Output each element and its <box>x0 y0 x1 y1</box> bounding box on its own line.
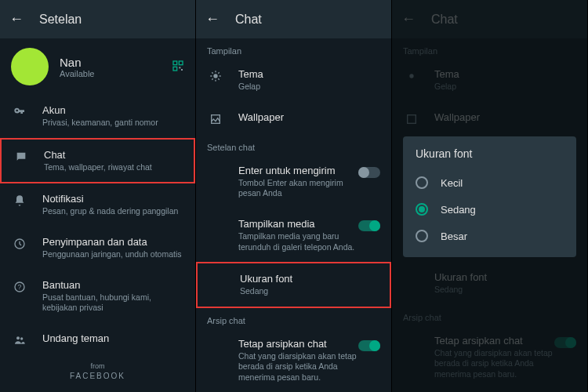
svg-text:?: ? <box>18 283 22 291</box>
radio-option-large[interactable]: Besar <box>416 223 564 249</box>
svg-rect-0 <box>173 61 177 65</box>
font-size-row[interactable]: Ukuran fontSedang <box>196 262 391 308</box>
help-icon: ? <box>11 281 28 293</box>
profile-name: Nan <box>60 56 172 69</box>
svg-rect-4 <box>181 69 183 71</box>
settings-item-chat[interactable]: ChatTema, wallpaper, riwayat chat <box>0 138 195 184</box>
footer: from FACEBOOK <box>0 356 195 387</box>
svg-point-9 <box>20 337 23 339</box>
settings-item-storage[interactable]: Penyimpanan dan dataPenggunaan jaringan,… <box>0 227 195 270</box>
section-archive: Arsip chat <box>196 308 391 328</box>
header: ← Setelan <box>0 0 195 38</box>
settings-item-account[interactable]: AkunPrivasi, keamanan, ganti nomor <box>0 95 195 138</box>
enter-send-row[interactable]: Enter untuk mengirimTombol Enter akan me… <box>196 155 391 209</box>
people-icon <box>11 334 28 347</box>
settings-panel: ← Setelan Nan Available AkunPrivasi, kea… <box>0 0 196 392</box>
data-icon <box>11 238 28 250</box>
back-icon[interactable]: ← <box>205 11 220 27</box>
wallpaper-icon <box>207 113 224 125</box>
profile-status: Available <box>60 69 172 78</box>
svg-point-8 <box>16 336 20 339</box>
theme-row[interactable]: TemaGelap <box>196 59 391 102</box>
section-chat: Setelan chat <box>196 135 391 155</box>
profile-info: Nan Available <box>60 56 172 78</box>
radio-icon <box>416 203 428 216</box>
chat-settings-panel-dimmed: ←Chat Tampilan TemaGelap Wallpaper Setel… <box>392 0 588 392</box>
section-display: Tampilan <box>196 38 391 59</box>
bell-icon <box>11 194 28 207</box>
radio-option-small[interactable]: Kecil <box>416 169 564 196</box>
svg-rect-1 <box>179 61 183 65</box>
font-size-dialog: Ukuran font Kecil Sedang Besar <box>403 136 576 257</box>
avatar <box>11 48 49 85</box>
header: ← Chat <box>196 0 391 38</box>
radio-option-medium[interactable]: Sedang <box>416 196 564 223</box>
svg-point-10 <box>213 74 217 78</box>
theme-icon <box>207 70 224 82</box>
keep-archived-row[interactable]: Tetap arsipkan chatChat yang diarsipkan … <box>196 328 391 392</box>
page-title: Setelan <box>39 13 82 27</box>
wallpaper-row[interactable]: Wallpaper <box>196 102 391 135</box>
svg-rect-2 <box>173 67 177 71</box>
back-icon[interactable]: ← <box>9 11 24 27</box>
settings-item-notifications[interactable]: NotifikasiPesan, grup & nada dering pang… <box>0 183 195 227</box>
radio-icon <box>416 230 428 242</box>
dialog-title: Ukuran font <box>416 147 564 160</box>
qr-icon[interactable] <box>172 60 184 74</box>
chat-settings-panel: ← Chat Tampilan TemaGelap Wallpaper Sete… <box>196 0 392 392</box>
settings-item-help[interactable]: ? BantuanPusat bantuan, hubungi kami, ke… <box>0 270 195 323</box>
key-icon <box>11 106 28 118</box>
media-toggle[interactable] <box>358 220 380 231</box>
settings-item-invite[interactable]: Undang teman <box>0 323 195 356</box>
svg-rect-3 <box>179 67 180 68</box>
page-title: Chat <box>235 13 262 27</box>
enter-toggle[interactable] <box>358 167 380 178</box>
archive-toggle[interactable] <box>358 340 380 351</box>
media-visibility-row[interactable]: Tampilkan mediaTampilkan media yang baru… <box>196 209 391 262</box>
chat-icon <box>13 151 30 163</box>
profile-row[interactable]: Nan Available <box>0 38 195 95</box>
radio-icon <box>416 176 428 189</box>
